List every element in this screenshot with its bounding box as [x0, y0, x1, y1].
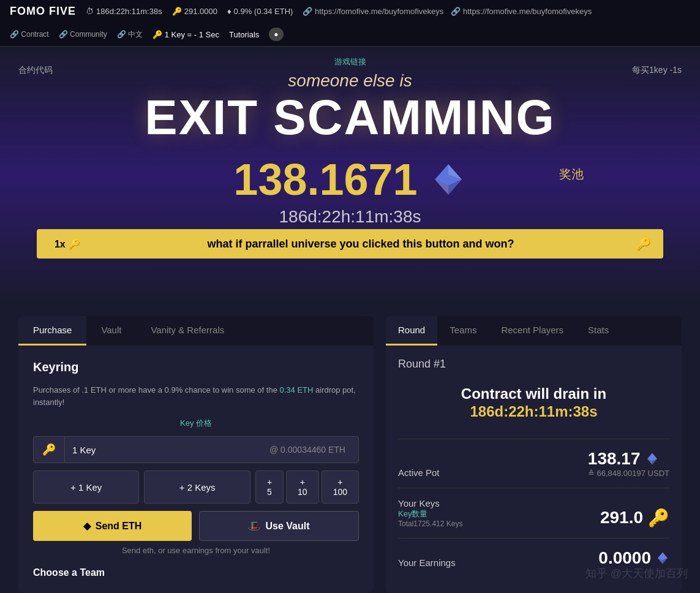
- nav-link2[interactable]: 🔗 https://fomofive.me/buyfomofivekeys: [451, 7, 592, 16]
- diamond-icon: ♦: [227, 7, 231, 16]
- right-tab-recent[interactable]: Recent Players: [489, 316, 576, 346]
- contract-drain-text: Contract will drain in: [398, 385, 669, 403]
- key-input-row: 🔑 @ 0.00034460 ETH: [33, 436, 359, 463]
- cta-right-icon: 🔑: [636, 236, 651, 251]
- round-panel-content: Round #1 Contract will drain in 186d:22h…: [386, 346, 682, 587]
- your-keys-label: Your Keys: [398, 498, 462, 508]
- chinese-link[interactable]: 🔗 中文: [117, 29, 143, 40]
- contract-drain-info: Contract will drain in 186d:22h:11m:38s: [398, 385, 669, 420]
- pool-label: 奖池: [559, 166, 584, 183]
- active-pot-row: Active Pot 138.17 ≙ 66,848.00197 USDT: [398, 449, 669, 478]
- hero-contract-label: 合约代码: [18, 65, 53, 76]
- active-pot-usdt: ≙ 66,848.00197 USDT: [588, 469, 669, 478]
- choose-team-title: Choose a Team: [33, 567, 359, 578]
- contract-link[interactable]: 🔗 Contract: [10, 30, 49, 39]
- key-price-display: @ 0.00034460 ETH: [261, 436, 359, 463]
- key-per-sec-stat: 🔑 1 Key = - 1 Sec: [152, 30, 219, 39]
- hero-timer: 186d:22h:11m:38s: [18, 207, 682, 227]
- your-earnings-value: 0.0000: [598, 548, 669, 568]
- nav-timer: ⏱ 186d:22h:11m:38s: [86, 7, 162, 16]
- round-number: Round #1: [398, 358, 669, 371]
- tab-vault[interactable]: Vault: [86, 316, 136, 346]
- purchase-info: Purchases of .1 ETH or more have a 0.9% …: [33, 384, 359, 408]
- your-earnings-row: Your Earnings 0.0000: [398, 548, 669, 568]
- hero-amount-row: 138.1671 奖池: [18, 154, 682, 205]
- game-link-label: 游戏链接: [18, 56, 682, 67]
- key-input-icon: 🔑: [33, 436, 64, 463]
- eth-icon-earnings: [656, 551, 669, 565]
- your-keys-row: Your Keys Key数量 Total1725.412 Keys 291.0…: [398, 498, 669, 528]
- your-earnings-label: Your Earnings: [398, 557, 456, 568]
- hero-amount: 138.1671: [233, 154, 417, 205]
- right-tab-bar: Round Teams Recent Players Stats: [386, 316, 682, 346]
- vault-icon: 🎩: [248, 520, 260, 532]
- right-tab-teams[interactable]: Teams: [437, 316, 489, 346]
- right-panel: Round Teams Recent Players Stats Round #…: [386, 316, 682, 593]
- right-tab-round[interactable]: Round: [386, 316, 437, 346]
- hero-section: 合约代码 游戏链接 每买1key -1s someone else is EXI…: [0, 47, 700, 304]
- countdown-label: 倒计时: [560, 245, 590, 258]
- nav-pot: ♦ 0.9% (0.34 ETH): [227, 7, 293, 16]
- active-pot-label: Active Pot: [398, 467, 440, 478]
- key-count-label: Key数量: [398, 508, 462, 519]
- hero-sub-text: someone else is: [18, 71, 682, 91]
- key-icon-right: 🔑: [648, 508, 669, 528]
- cta-key-label: 1x 🔑: [49, 238, 86, 250]
- timer-icon: ⏱: [86, 7, 94, 16]
- key-input[interactable]: [64, 436, 261, 463]
- tutorials-toggle[interactable]: ●: [269, 28, 283, 41]
- key-icon: 🔑: [172, 7, 182, 16]
- tutorials-label: Tutorials: [229, 30, 259, 39]
- contract-drain-timer: 186d:22h:11m:38s: [398, 403, 669, 420]
- cta-text: what if parrallel universe you clicked t…: [96, 238, 626, 251]
- action-hint: Send eth, or use earnings from your vaul…: [33, 546, 359, 555]
- nav-link1[interactable]: 🔗 https://fomofive.me/buyfomofivekeys: [303, 7, 443, 16]
- your-keys-value: 291.0 🔑: [600, 508, 669, 528]
- nav-links: 🔗 https://fomofive.me/buyfomofivekeys 🔗 …: [303, 7, 690, 16]
- action-btns: ◆ Send ETH 🎩 Use Vault: [33, 511, 359, 541]
- tab-vanity[interactable]: Vanity & Referrals: [136, 316, 239, 346]
- plus-btn-5[interactable]: +5: [255, 470, 284, 504]
- nav-keys: 🔑 291.0000: [172, 7, 217, 16]
- purchase-panel-content: Keyring Purchases of .1 ETH or more have…: [18, 346, 374, 593]
- keyring-title: Keyring: [33, 360, 359, 374]
- tab-purchase[interactable]: Purchase: [18, 316, 86, 346]
- total-keys: Total1725.412 Keys: [398, 519, 462, 528]
- plus-btn-10[interactable]: +10: [286, 470, 319, 504]
- active-pot-value: 138.17: [588, 449, 669, 469]
- plus-btn-100[interactable]: +100: [322, 470, 359, 504]
- eth-send-icon: ◆: [83, 520, 91, 532]
- community-link[interactable]: 🔗 Community: [59, 30, 107, 39]
- left-panel: Purchase Vault Vanity & Referrals Keyrin…: [18, 316, 374, 593]
- quick-btns-row: + 1 Key + 2 Keys +5 +10 +100: [33, 470, 359, 504]
- hero-title: EXIT SCAMMING: [18, 93, 682, 142]
- brand-logo: FOMO FIVE: [10, 5, 76, 18]
- eth-icon-pot: [645, 452, 659, 466]
- key-price-label: Key 价格: [33, 418, 359, 429]
- use-vault-button[interactable]: 🎩 Use Vault: [199, 511, 359, 541]
- top-nav: FOMO FIVE ⏱ 186d:22h:11m:38s 🔑 291.0000 …: [0, 0, 700, 47]
- quick-btn-2keys[interactable]: + 2 Keys: [144, 470, 250, 504]
- right-tab-stats[interactable]: Stats: [576, 316, 621, 346]
- nav-right: 🔗 Contract 🔗 Community 🔗 中文 🔑 1 Key = - …: [10, 28, 284, 41]
- quick-btn-1key[interactable]: + 1 Key: [33, 470, 139, 504]
- main-content: Purchase Vault Vanity & Referrals Keyrin…: [0, 304, 700, 593]
- hero-key-info: 每买1key -1s: [632, 65, 682, 76]
- send-eth-button[interactable]: ◆ Send ETH: [33, 511, 192, 541]
- eth-icon-large: [430, 161, 467, 198]
- left-tab-bar: Purchase Vault Vanity & Referrals: [18, 316, 374, 346]
